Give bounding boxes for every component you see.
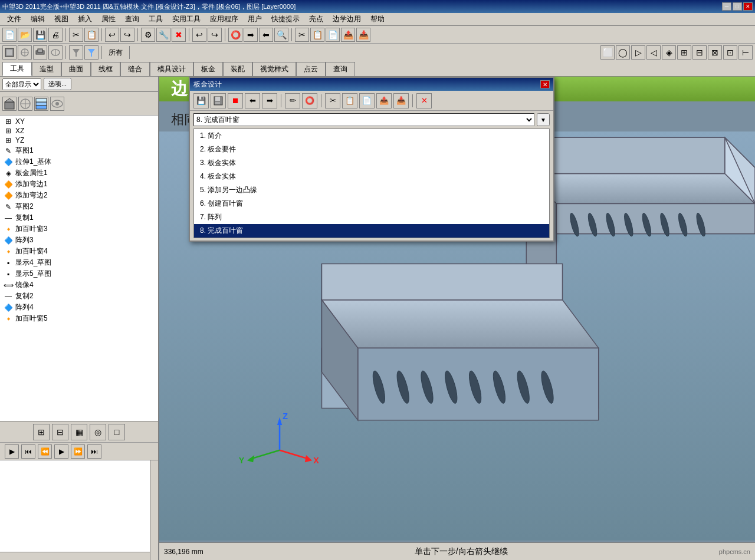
menu-tools[interactable]: 工具 <box>144 13 168 25</box>
extra-btn9[interactable]: ⊡ <box>723 45 737 60</box>
tree-item-extrude1[interactable]: 🔷 拉伸1_基体 <box>1 156 157 167</box>
tab-stitch[interactable]: 缝合 <box>120 62 150 76</box>
banjin-item-4[interactable]: 4. 板金实体 <box>194 170 549 183</box>
play-btn[interactable]: ▶ <box>5 444 19 459</box>
bj-export-btn[interactable]: 📤 <box>376 93 392 108</box>
save-button[interactable]: 💾 <box>33 28 47 42</box>
extra-btn8[interactable]: ⊠ <box>708 45 722 60</box>
feat-btn2[interactable] <box>18 97 32 111</box>
wrench-button[interactable]: 🔧 <box>156 28 170 42</box>
open-button[interactable]: 📂 <box>18 28 32 42</box>
extra-btn4[interactable]: ◁ <box>646 45 661 60</box>
menu-utilities[interactable]: 实用工具 <box>168 13 205 25</box>
close-button[interactable]: ✕ <box>743 2 753 11</box>
extra-btn2[interactable]: ◯ <box>616 45 630 60</box>
extra-btn10[interactable]: ⊢ <box>738 45 753 60</box>
next-end-btn[interactable]: ⏭ <box>87 444 101 459</box>
settings-button[interactable]: ⚙ <box>141 28 155 42</box>
maximize-button[interactable]: □ <box>733 2 742 11</box>
menu-user[interactable]: 用户 <box>243 13 267 25</box>
view-btn4[interactable] <box>48 45 63 60</box>
banjin-item-7[interactable]: 7. 阵列 <box>194 210 549 224</box>
tab-wireframe[interactable]: 线框 <box>91 62 120 76</box>
sel-filter-btn2[interactable] <box>84 45 99 60</box>
bj-stop-btn[interactable]: ⏹ <box>228 93 243 108</box>
tree-item-sketch1[interactable]: ✎ 草图1 <box>1 145 157 156</box>
undo-button[interactable]: ↩ <box>105 28 119 42</box>
banjin-step-select[interactable]: 8. 完成百叶窗 1. 简介 2. 板金要件 3. 板金实体 4. 板金实体 5… <box>193 113 534 126</box>
menu-insert[interactable]: 插入 <box>73 13 97 25</box>
clipboard-button[interactable]: 📋 <box>310 28 324 42</box>
arrow-left-button[interactable]: ⬅ <box>259 28 273 42</box>
minimize-button[interactable]: ─ <box>722 2 731 11</box>
arrow-right-button[interactable]: ➡ <box>244 28 258 42</box>
undo2-button[interactable]: ↩ <box>192 28 206 42</box>
tree-item-sketch2[interactable]: ✎ 草图2 <box>1 201 157 212</box>
tree-item-array4[interactable]: 🔷 阵列4 <box>1 302 157 313</box>
bj-fwd-btn[interactable]: ➡ <box>262 93 277 108</box>
prev-btn[interactable]: ⏪ <box>38 444 52 459</box>
display-filter-select[interactable]: 全部显示 <box>2 78 41 90</box>
tab-query[interactable]: 查询 <box>326 62 355 76</box>
preview-hscrollbar[interactable] <box>0 552 150 560</box>
tab-visual[interactable]: 视觉样式 <box>252 62 296 76</box>
new-button[interactable]: 📄 <box>2 28 17 42</box>
panel-icon-btn3[interactable]: ▦ <box>71 424 87 440</box>
bj-cut-btn[interactable]: ✂ <box>325 93 340 108</box>
tab-pointcloud[interactable]: 点云 <box>296 62 326 76</box>
view-btn3[interactable] <box>33 45 47 60</box>
banjin-item-5[interactable]: 5. 添加另一边凸缘 <box>194 183 549 197</box>
tree-item-louver5[interactable]: 🔸 加百叶窗5 <box>1 313 157 324</box>
options-button[interactable]: 选项... <box>44 78 71 90</box>
circle-button[interactable]: ⭕ <box>228 28 242 42</box>
tree-item-bend1[interactable]: 🔶 添加弯边1 <box>1 179 157 190</box>
view-btn2[interactable] <box>18 45 32 60</box>
extra-btn5[interactable]: ◈ <box>662 45 676 60</box>
extra-btn1[interactable]: ⬜ <box>600 45 615 60</box>
tree-item-bend2[interactable]: 🔶 添加弯边2 <box>1 190 157 201</box>
extra-btn3[interactable]: ▷ <box>631 45 645 60</box>
tab-sheet[interactable]: 板金 <box>193 62 223 76</box>
tab-modeling[interactable]: 造型 <box>32 62 61 76</box>
bj-import-btn[interactable]: 📥 <box>393 93 409 108</box>
menu-view[interactable]: 视图 <box>50 13 73 25</box>
bj-save2-btn[interactable] <box>211 93 226 108</box>
extra-btn7[interactable]: ⊟ <box>692 45 707 60</box>
bj-new-btn[interactable]: 📄 <box>359 93 375 108</box>
feat-btn3[interactable] <box>34 97 48 111</box>
banjin-item-8[interactable]: 8. 完成百叶窗 <box>194 224 549 238</box>
copy-button[interactable]: 📋 <box>84 28 99 42</box>
menu-shortcuts[interactable]: 快捷提示 <box>267 13 304 25</box>
tree-item-mirror4[interactable]: ⟺ 镜像4 <box>1 279 157 291</box>
tree-item-copy1[interactable]: — 复制1 <box>1 212 157 223</box>
panel-icon-btn1[interactable]: ⊞ <box>33 424 50 440</box>
feat-btn4[interactable] <box>50 97 64 111</box>
menu-query[interactable]: 查询 <box>120 13 144 25</box>
redo-button[interactable]: ↪ <box>120 28 134 42</box>
play2-btn[interactable]: ▶ <box>54 444 68 459</box>
tree-item-xz[interactable]: ⊞ XZ <box>1 126 157 136</box>
menu-apps[interactable]: 应用程序 <box>205 13 243 25</box>
tree-item-show4[interactable]: ▪ 显示4_草图 <box>1 257 157 268</box>
menu-file[interactable]: 文件 <box>2 13 26 25</box>
print-button[interactable]: 🖨 <box>48 28 63 42</box>
zoom-button[interactable]: 🔍 <box>274 28 288 42</box>
banjin-item-3[interactable]: 3. 板金实体 <box>194 156 549 170</box>
menu-learn[interactable]: 边学边用 <box>328 13 366 25</box>
preview-vscrollbar[interactable] <box>150 460 158 560</box>
banjin-item-1[interactable]: 1. 简介 <box>194 129 549 143</box>
tab-surface[interactable]: 曲面 <box>61 62 91 76</box>
bj-copy-btn[interactable]: 📋 <box>342 93 357 108</box>
bj-edit-btn[interactable]: ✏ <box>285 93 300 108</box>
panel-icon-btn4[interactable]: ◎ <box>90 424 106 440</box>
tab-assembly[interactable]: 装配 <box>223 62 252 76</box>
menu-highlights[interactable]: 亮点 <box>304 13 328 25</box>
menu-properties[interactable]: 属性 <box>97 13 120 25</box>
bj-back-btn[interactable]: ⬅ <box>245 93 260 108</box>
doc-button[interactable]: 📄 <box>326 28 340 42</box>
delete-button[interactable]: ✖ <box>172 28 186 42</box>
tree-item-yz[interactable]: ⊞ YZ <box>1 136 157 145</box>
tree-item-louver4[interactable]: 🔸 加百叶窗4 <box>1 246 157 257</box>
bj-close-btn2[interactable]: ✕ <box>416 93 432 108</box>
tree-item-sheetprop1[interactable]: ◈ 板金属性1 <box>1 167 157 179</box>
